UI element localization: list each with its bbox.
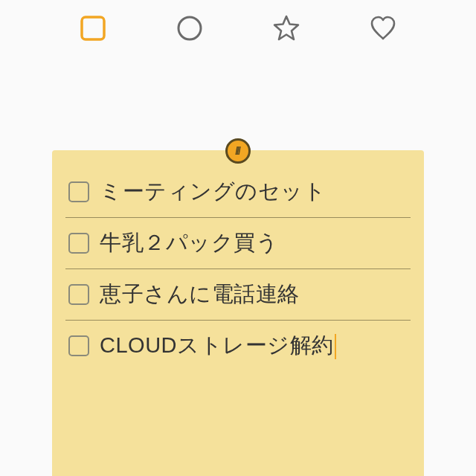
shape-circle-button[interactable] xyxy=(172,10,208,46)
svg-point-1 xyxy=(178,17,201,39)
list-item-label: CLOUDストレージ解約 xyxy=(100,331,336,361)
list-item-label: 恵子さんに電話連絡 xyxy=(100,280,300,309)
shape-star-button[interactable] xyxy=(268,10,304,46)
text-cursor xyxy=(335,334,337,359)
heart-icon xyxy=(368,13,398,43)
list-item[interactable]: ミーティングのセット xyxy=(65,167,411,218)
shape-square-button[interactable] xyxy=(75,10,111,46)
checkbox[interactable] xyxy=(68,181,89,202)
list-item[interactable]: 恵子さんに電話連絡 xyxy=(65,269,411,321)
checkbox[interactable] xyxy=(68,335,89,356)
list-item-label: 牛乳２パック買う xyxy=(100,228,278,258)
circle-icon xyxy=(176,14,204,42)
pin-stripes-icon: /// xyxy=(235,145,239,157)
star-icon xyxy=(271,13,301,43)
list-item-label: ミーティングのセット xyxy=(100,177,326,207)
list-item[interactable]: 牛乳２パック買う xyxy=(65,218,411,269)
svg-rect-0 xyxy=(82,17,104,39)
sticky-note: /// ミーティングのセット 牛乳２パック買う 恵子さんに電話連絡 CLOUDス… xyxy=(52,150,424,476)
checkbox[interactable] xyxy=(68,233,89,254)
shape-toolbar xyxy=(0,0,476,57)
checkbox[interactable] xyxy=(68,284,89,305)
square-icon xyxy=(79,14,107,42)
note-pin[interactable]: /// xyxy=(225,138,251,164)
list-item[interactable]: CLOUDストレージ解約 xyxy=(65,321,411,371)
shape-heart-button[interactable] xyxy=(365,10,401,46)
